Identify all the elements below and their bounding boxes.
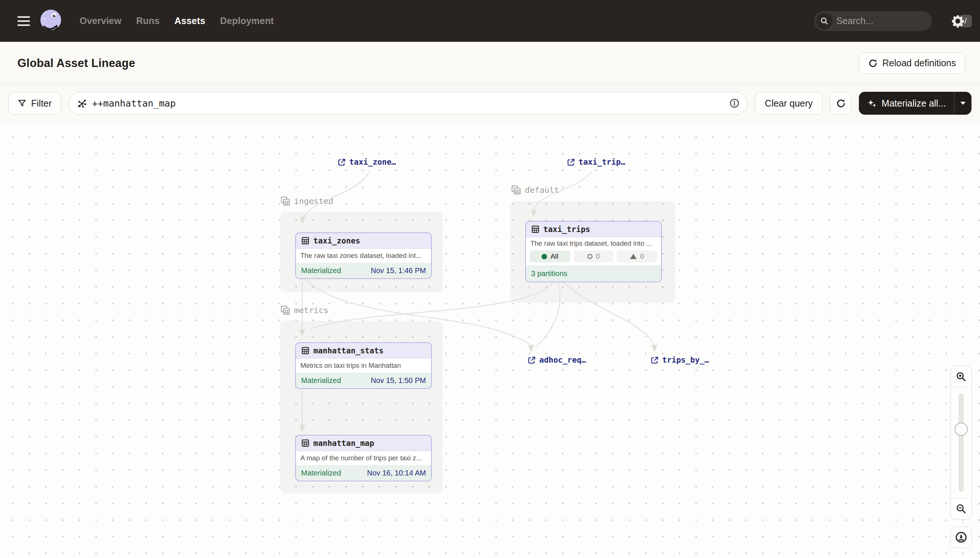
dagster-logo-icon[interactable] xyxy=(39,9,63,33)
refresh-query-button[interactable] xyxy=(830,92,852,115)
lineage-canvas[interactable]: ingested default metrics taxi xyxy=(0,122,980,558)
materialize-all-button[interactable]: Materialize all... xyxy=(859,92,954,115)
nav-item-assets[interactable]: Assets xyxy=(175,16,205,26)
asset-query-input[interactable] xyxy=(92,98,725,109)
filter-funnel-icon xyxy=(17,99,27,108)
reload-icon xyxy=(868,59,878,68)
zoom-in-button[interactable] xyxy=(951,366,972,387)
external-link-icon xyxy=(567,158,575,166)
asset-group-icon xyxy=(280,305,290,315)
refresh-icon xyxy=(836,98,846,108)
external-asset-taxi-trip[interactable]: taxi_trip… xyxy=(567,158,625,166)
recenter-view-button[interactable] xyxy=(950,527,972,548)
asset-node-manhattan-stats[interactable]: manhattan_stats Metrics on taxi trips in… xyxy=(295,342,432,389)
materialization-timestamp[interactable]: Nov 15, 1:50 PM xyxy=(371,376,426,385)
materialize-all-split-button: Materialize all... xyxy=(859,92,972,115)
sparkle-icon xyxy=(867,98,877,108)
asset-name: taxi_trips xyxy=(544,225,590,234)
partitions-warning-badge[interactable]: 0 xyxy=(617,251,657,263)
asset-node-taxi-trips[interactable]: taxi_trips The raw taxi trips dataset, l… xyxy=(525,221,662,282)
graph-query-icon xyxy=(77,98,87,108)
clear-query-button[interactable]: Clear query xyxy=(755,92,823,115)
asset-name: manhattan_map xyxy=(313,439,374,448)
status-badge: Materialized xyxy=(301,266,341,275)
external-asset-adhoc-req[interactable]: adhoc_req… xyxy=(527,356,586,364)
partitions-all-badge[interactable]: All xyxy=(530,251,570,263)
partitions-failed-badge[interactable]: 0 xyxy=(573,251,614,263)
asset-node-taxi-zones[interactable]: taxi_zones The raw taxi zones dataset, l… xyxy=(295,232,432,279)
zoom-out-button[interactable] xyxy=(951,498,972,519)
external-link-icon xyxy=(338,158,346,166)
table-icon xyxy=(531,225,540,233)
status-badge: Materialized xyxy=(301,376,341,385)
lineage-toolbar: Filter Clear query xyxy=(0,85,980,122)
zoom-controls xyxy=(950,366,972,520)
group-label-metrics: metrics xyxy=(280,305,328,315)
zoom-slider-handle[interactable] xyxy=(954,423,968,436)
external-link-icon xyxy=(651,356,659,364)
materialization-timestamp[interactable]: Nov 15, 1:46 PM xyxy=(371,266,426,275)
zoom-slider[interactable] xyxy=(951,387,972,498)
asset-description: The raw taxi zones dataset, loaded int..… xyxy=(296,249,431,263)
reload-definitions-button[interactable]: Reload definitions xyxy=(859,53,965,74)
page-header: Global Asset Lineage Reload definitions xyxy=(0,42,980,85)
group-label-ingested: ingested xyxy=(280,196,333,206)
table-icon xyxy=(301,346,310,355)
zoom-slider-track[interactable] xyxy=(959,393,964,492)
nav-item-overview[interactable]: Overview xyxy=(80,16,122,26)
search-input[interactable] xyxy=(833,16,959,26)
search-icon xyxy=(816,13,833,29)
table-icon xyxy=(301,439,310,447)
group-label-default: default xyxy=(511,185,559,195)
success-dot-icon xyxy=(542,254,547,259)
external-asset-taxi-zone[interactable]: taxi_zone… xyxy=(338,158,396,166)
asset-description: Metrics on taxi trips in Manhattan xyxy=(296,359,431,373)
lineage-edges xyxy=(0,122,980,558)
zoom-out-icon xyxy=(955,503,967,514)
nav-item-deployment[interactable]: Deployment xyxy=(220,16,274,26)
chevron-down-icon xyxy=(960,101,966,105)
external-asset-trips-by[interactable]: trips_by_… xyxy=(651,356,709,364)
zoom-in-icon xyxy=(955,371,967,382)
ring-icon xyxy=(587,254,593,259)
menu-icon[interactable] xyxy=(17,16,30,26)
status-badge: Materialized xyxy=(301,469,341,478)
top-nav: Overview Runs Assets Deployment / xyxy=(0,0,980,42)
asset-group-icon xyxy=(511,185,521,195)
asset-name: taxi_zones xyxy=(313,236,360,245)
query-info-icon[interactable] xyxy=(729,98,740,108)
external-link-icon xyxy=(527,356,536,364)
download-center-icon xyxy=(955,531,967,543)
asset-node-manhattan-map[interactable]: manhattan_map A map of the number of tri… xyxy=(295,435,432,481)
nav-item-runs[interactable]: Runs xyxy=(136,16,160,26)
settings-gear-icon[interactable] xyxy=(950,14,965,28)
asset-description: The raw taxi trips dataset, loaded into … xyxy=(526,237,661,250)
materialize-options-caret[interactable] xyxy=(954,92,972,115)
triangle-icon xyxy=(630,254,637,259)
asset-group-icon xyxy=(280,196,290,206)
main-nav: Overview Runs Assets Deployment xyxy=(80,16,274,26)
partitions-count[interactable]: 3 partitions xyxy=(531,269,567,278)
page-title: Global Asset Lineage xyxy=(17,57,135,70)
asset-query-field xyxy=(69,92,748,115)
filter-button[interactable]: Filter xyxy=(8,92,61,115)
materialization-timestamp[interactable]: Nov 16, 10:14 AM xyxy=(367,469,426,478)
asset-name: manhattan_stats xyxy=(313,346,384,355)
asset-description: A map of the number of trips per taxi z.… xyxy=(296,451,431,465)
partition-health-badges: All 0 0 xyxy=(526,250,661,265)
table-icon xyxy=(301,236,310,245)
global-search[interactable]: / xyxy=(814,11,932,31)
